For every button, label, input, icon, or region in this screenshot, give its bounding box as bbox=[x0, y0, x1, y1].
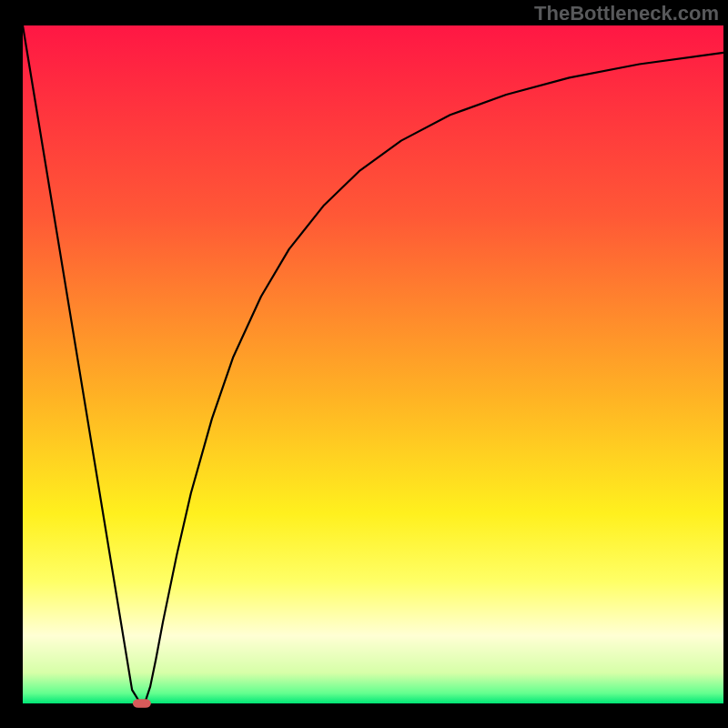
chart-svg bbox=[0, 0, 728, 728]
watermark-text: TheBottleneck.com bbox=[534, 2, 719, 25]
plot-background bbox=[23, 25, 723, 703]
chart-frame: TheBottleneck.com bbox=[0, 0, 728, 728]
min-marker bbox=[133, 699, 151, 708]
